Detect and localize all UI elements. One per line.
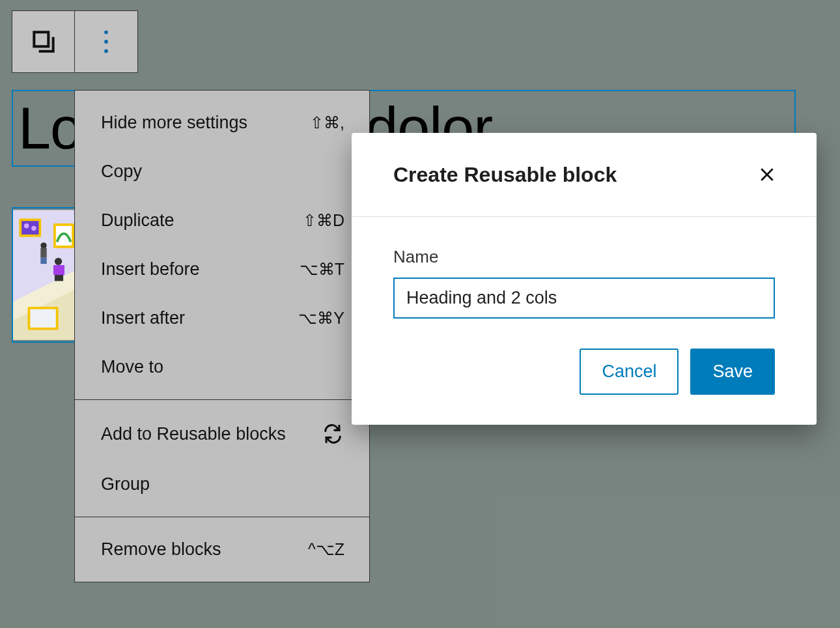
svg-point-18 [104,31,108,35]
svg-point-5 [24,223,29,229]
svg-point-12 [55,258,62,265]
more-options-button[interactable] [75,11,137,72]
menu-item-insert-before[interactable]: Insert before ⌥⌘T [75,245,369,294]
block-options-menu: Hide more settings ⇧⌘, Copy Duplicate ⇧⌘… [74,90,370,582]
menu-item-shortcut: ⌥⌘T [300,260,344,279]
menu-section-1: Hide more settings ⇧⌘, Copy Duplicate ⇧⌘… [75,91,369,400]
svg-point-6 [31,226,36,231]
block-toolbar [12,10,138,73]
menu-item-add-to-reusable-blocks[interactable]: Add to Reusable blocks [75,408,369,460]
menu-item-remove-blocks[interactable]: Remove blocks ^⌥Z [75,525,369,574]
svg-point-9 [40,242,46,248]
more-vertical-icon [104,30,109,53]
modal-close-button[interactable] [754,162,780,188]
svg-point-19 [104,40,108,44]
menu-item-label: Duplicate [101,210,175,231]
menu-item-label: Hide more settings [101,113,247,133]
menu-item-label: Move to [101,357,163,377]
modal-title: Create Reusable block [393,163,617,187]
menu-item-shortcut: ⇧⌘, [310,113,344,132]
svg-rect-11 [40,258,46,264]
svg-rect-17 [34,32,48,46]
svg-rect-10 [40,248,46,258]
menu-item-group[interactable]: Group [75,460,369,509]
menu-item-label: Remove blocks [101,539,221,560]
parent-block-button[interactable] [12,11,75,72]
menu-item-label: Insert after [101,308,185,328]
menu-item-label: Insert before [101,259,200,279]
menu-item-shortcut: ⌥⌘Y [298,309,344,328]
save-button[interactable]: Save [690,349,775,395]
reusable-icon [321,422,344,446]
svg-rect-13 [53,265,64,275]
close-icon [759,166,776,183]
svg-rect-14 [55,275,63,281]
menu-item-insert-after[interactable]: Insert after ⌥⌘Y [75,294,369,343]
menu-item-shortcut: ⇧⌘D [303,211,344,230]
create-reusable-block-modal: Create Reusable block Name Cancel Save [352,133,817,425]
menu-section-3: Remove blocks ^⌥Z [75,517,369,582]
menu-item-shortcut: ^⌥Z [308,540,344,559]
menu-section-2: Add to Reusable blocks Group [75,400,369,517]
image-thumbnail [13,208,74,341]
menu-item-move-to[interactable]: Move to [75,343,369,392]
copy-stack-icon [29,27,58,56]
modal-body: Name [352,217,817,325]
svg-point-20 [104,50,108,53]
name-field-input[interactable] [393,278,775,319]
name-field-label: Name [393,247,775,267]
menu-item-duplicate[interactable]: Duplicate ⇧⌘D [75,196,369,245]
image-block[interactable] [12,207,76,343]
menu-item-label: Group [101,474,150,494]
menu-item-label: Copy [101,162,142,182]
svg-rect-16 [30,309,55,328]
svg-rect-8 [56,226,72,246]
menu-item-hide-more-settings[interactable]: Hide more settings ⇧⌘, [75,98,369,147]
cancel-button[interactable]: Cancel [580,349,679,395]
modal-footer: Cancel Save [352,325,817,425]
menu-item-copy[interactable]: Copy [75,147,369,196]
modal-header: Create Reusable block [352,133,817,217]
menu-item-label: Add to Reusable blocks [101,424,286,444]
